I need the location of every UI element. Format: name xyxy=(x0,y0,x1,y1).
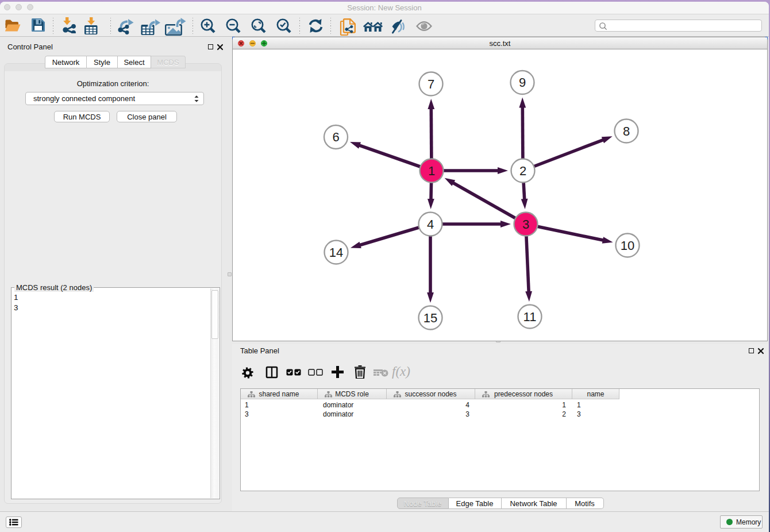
svg-text:11: 11 xyxy=(523,310,537,324)
svg-text:3: 3 xyxy=(522,217,529,232)
svg-text:7: 7 xyxy=(428,77,434,91)
svg-text:6: 6 xyxy=(332,130,339,144)
svg-text:4: 4 xyxy=(427,217,434,232)
svg-text:9: 9 xyxy=(519,75,526,90)
svg-text:10: 10 xyxy=(621,238,634,253)
svg-text:14: 14 xyxy=(329,245,343,260)
svg-text:1: 1 xyxy=(428,164,435,178)
svg-text:2: 2 xyxy=(519,164,526,178)
svg-text:15: 15 xyxy=(424,311,437,325)
svg-text:8: 8 xyxy=(623,124,630,138)
